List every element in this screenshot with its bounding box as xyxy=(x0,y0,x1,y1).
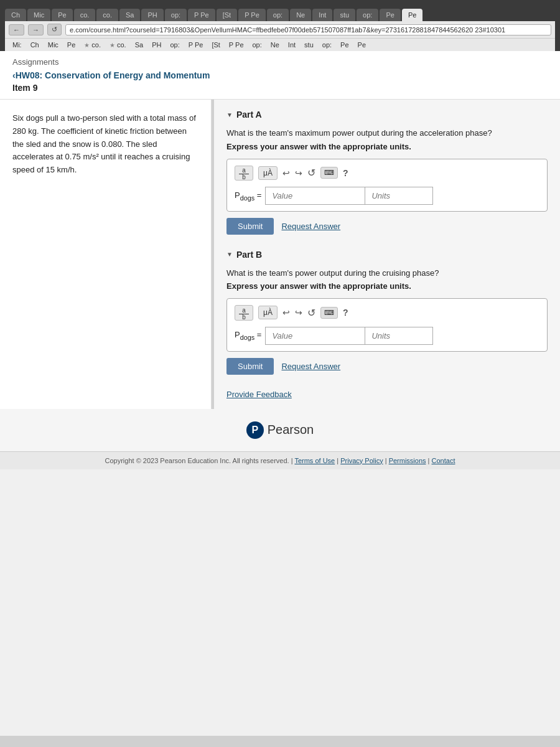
part-b-keyboard-icon[interactable]: ⌨ xyxy=(320,307,338,319)
tab-sa[interactable]: Sa xyxy=(119,9,140,21)
bookmark-pe3[interactable]: Pe xyxy=(355,40,368,50)
part-b-refresh-icon[interactable]: ↺ xyxy=(307,307,315,319)
part-a-submit-button[interactable]: Submit xyxy=(226,218,274,235)
bookmark-pe2[interactable]: Pe xyxy=(338,40,351,50)
provide-feedback-button[interactable]: Provide Feedback xyxy=(226,390,292,399)
part-a-refresh-icon[interactable]: ↺ xyxy=(307,167,315,179)
part-a-redo-icon[interactable]: ↪ xyxy=(295,168,302,178)
bookmark-ne[interactable]: Ne xyxy=(268,40,282,50)
part-a-answer-container: a b μÀ ↩ ↪ ↺ ⌨ ? Pdogs = xyxy=(226,159,548,212)
bookmark-ch[interactable]: Ch xyxy=(28,40,42,50)
part-b-fraction-btn[interactable]: a b xyxy=(235,305,253,320)
tab-ppe1[interactable]: P Pe xyxy=(188,9,215,21)
browser-tabs: Ch Mic Pe co. co. Sa PH op: P Pe [St P P… xyxy=(5,4,555,21)
part-a-instruction: Express your answer with the appropriate… xyxy=(226,142,548,151)
part-b-mu-btn[interactable]: μÀ xyxy=(258,306,278,319)
part-b-request-answer-button[interactable]: Request Answer xyxy=(281,362,340,371)
terms-link[interactable]: Terms of Use xyxy=(294,457,335,464)
right-panel: ▼ Part A What is the team's maximum powe… xyxy=(214,100,560,409)
tab-op3[interactable]: op: xyxy=(357,9,378,21)
privacy-link[interactable]: Privacy Policy xyxy=(340,457,383,464)
page-wrapper: Assignments ‹HW08: Conservation of Energ… xyxy=(0,51,560,736)
part-b-input-row: Pdogs = xyxy=(235,327,539,345)
part-a-section: ▼ Part A What is the team's maximum powe… xyxy=(226,110,548,235)
pearson-p-icon: P xyxy=(246,421,264,439)
part-b-undo-icon[interactable]: ↩ xyxy=(282,308,290,317)
part-b-value-input[interactable] xyxy=(265,327,365,345)
bookmark-sa[interactable]: Sa xyxy=(133,40,146,50)
page-header: Assignments ‹HW08: Conservation of Energ… xyxy=(0,51,560,100)
bookmark-mic[interactable]: Mic xyxy=(45,40,61,50)
footer-area: P Pearson xyxy=(0,409,560,451)
part-a-keyboard-icon[interactable]: ⌨ xyxy=(320,167,338,179)
bookmark-stu[interactable]: stu xyxy=(302,40,316,50)
part-b-instruction: Express your answer with the appropriate… xyxy=(226,281,548,291)
part-a-help-icon[interactable]: ? xyxy=(343,168,348,178)
item-label: Item 9 xyxy=(12,83,548,93)
part-a-toolbar: a b μÀ ↩ ↪ ↺ ⌨ ? xyxy=(235,166,539,181)
part-b-question: What is the team's power output during t… xyxy=(226,267,548,280)
tab-int[interactable]: Int xyxy=(312,9,332,21)
tab-co2[interactable]: co. xyxy=(96,9,118,21)
part-b-answer-container: a b μÀ ↩ ↪ ↺ ⌨ ? Pdogs = xyxy=(226,298,548,351)
part-a-input-row: Pdogs = xyxy=(235,187,539,205)
reload-button[interactable]: ↺ xyxy=(47,24,62,35)
bookmark-ph[interactable]: PH xyxy=(149,40,164,50)
part-a-value-input[interactable] xyxy=(265,187,365,205)
bookmark-co1[interactable]: ★ co. xyxy=(82,40,103,50)
part-a-fraction-btn[interactable]: a b xyxy=(235,166,253,181)
part-a-equation-label: Pdogs = xyxy=(235,190,261,202)
bookmark-bar: Mi: Ch Mic Pe ★ co. ★ co. Sa PH op: P Pe… xyxy=(5,38,555,51)
bookmark-co2[interactable]: ★ co. xyxy=(107,40,129,50)
tab-ch[interactable]: Ch xyxy=(5,9,26,21)
tab-ne[interactable]: Ne xyxy=(290,9,311,21)
bookmark-mi[interactable]: Mi: xyxy=(10,40,24,50)
part-b-toolbar: a b μÀ ↩ ↪ ↺ ⌨ ? xyxy=(235,305,539,320)
tab-op1[interactable]: op: xyxy=(165,9,187,21)
bookmark-op2[interactable]: op: xyxy=(250,40,264,50)
contact-link[interactable]: Contact xyxy=(432,457,455,464)
bookmark-op3[interactable]: op: xyxy=(320,40,334,50)
part-b-equation-label: Pdogs = xyxy=(235,330,261,341)
bookmark-ppe2[interactable]: P Pe xyxy=(226,40,246,50)
pearson-logo: P Pearson xyxy=(246,421,314,439)
tab-stu[interactable]: stu xyxy=(334,9,355,21)
hw-title[interactable]: ‹HW08: Conservation of Energy and Moment… xyxy=(12,70,548,80)
part-b-units-input[interactable] xyxy=(365,327,433,345)
part-a-header[interactable]: ▼ Part A xyxy=(226,110,548,120)
problem-text: Six dogs pull a two-person sled with a t… xyxy=(12,112,198,177)
back-button[interactable]: ← xyxy=(9,24,24,35)
part-b-redo-icon[interactable]: ↪ xyxy=(295,308,302,317)
part-a-collapse-icon: ▼ xyxy=(226,111,233,118)
part-a-mu-btn[interactable]: μÀ xyxy=(258,166,278,180)
assignments-breadcrumb: Assignments xyxy=(12,57,548,67)
part-b-submit-button[interactable]: Submit xyxy=(226,358,274,375)
part-a-units-input[interactable] xyxy=(365,187,433,205)
tab-st[interactable]: [St xyxy=(217,9,237,21)
bookmark-st[interactable]: [St xyxy=(209,40,222,50)
part-a-question: What is the team's maximum power output … xyxy=(226,127,548,139)
tab-ph[interactable]: PH xyxy=(141,9,163,21)
tab-pe2[interactable]: Pe xyxy=(380,9,400,21)
tab-pe1[interactable]: Pe xyxy=(52,9,72,21)
bookmark-int[interactable]: Int xyxy=(286,40,298,50)
forward-button[interactable]: → xyxy=(28,24,44,35)
permissions-link[interactable]: Permissions xyxy=(389,457,426,464)
tab-mic[interactable]: Mic xyxy=(27,9,50,21)
tab-co1[interactable]: co. xyxy=(74,9,96,21)
pearson-name: Pearson xyxy=(268,423,314,437)
bookmark-ppe1[interactable]: P Pe xyxy=(186,40,206,50)
part-a-undo-icon[interactable]: ↩ xyxy=(282,168,290,178)
part-b-label: Part B xyxy=(236,250,262,260)
tab-op2[interactable]: op: xyxy=(267,9,289,21)
bookmark-op1[interactable]: op: xyxy=(167,40,182,50)
part-b-section: ▼ Part B What is the team's power output… xyxy=(226,250,548,375)
part-a-request-answer-button[interactable]: Request Answer xyxy=(281,222,340,231)
part-b-header[interactable]: ▼ Part B xyxy=(226,250,548,260)
tab-pe3-active[interactable]: Pe xyxy=(402,9,422,21)
bookmark-pe[interactable]: Pe xyxy=(65,40,78,50)
tab-ppe2[interactable]: P Pe xyxy=(238,9,266,21)
part-b-help-icon[interactable]: ? xyxy=(343,308,348,317)
address-bar[interactable]: e.com/course.html?courseId=17916803&Open… xyxy=(65,24,551,35)
browser-chrome: Ch Mic Pe co. co. Sa PH op: P Pe [St P P… xyxy=(0,0,560,51)
